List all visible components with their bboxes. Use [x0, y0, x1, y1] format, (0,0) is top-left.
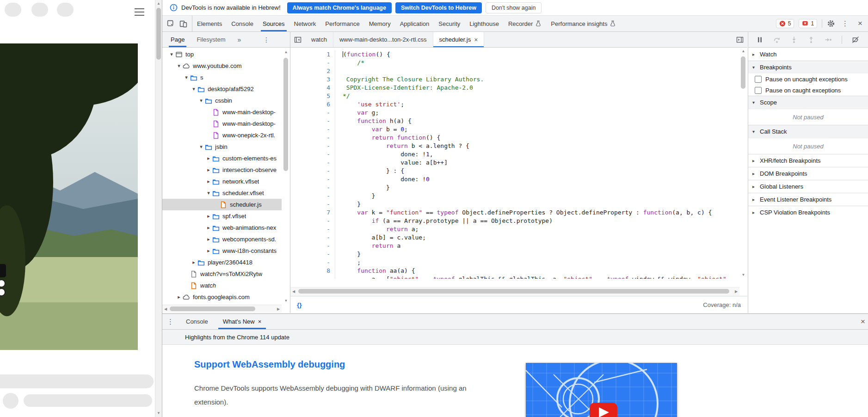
- step-out-icon[interactable]: [807, 36, 815, 43]
- scroll-right-arrow[interactable]: ▶: [275, 306, 282, 313]
- tree-collapse-arrow-icon[interactable]: ▸: [190, 259, 197, 265]
- section-global-listeners[interactable]: ▸Global Listeners: [748, 180, 868, 193]
- line-number-gutter[interactable]: 1: [290, 50, 335, 59]
- tree-item-intersection-observe[interactable]: ▸intersection-observe: [162, 164, 282, 176]
- line-number-gutter[interactable]: -: [290, 250, 335, 258]
- tree-item-www-i18n-constants[interactable]: ▸www-i18n-constants: [162, 245, 282, 257]
- navigator-vertical-scrollbar[interactable]: ▲ ▼: [282, 49, 290, 305]
- close-devtools-icon[interactable]: ×: [855, 19, 865, 28]
- line-number-gutter[interactable]: -: [290, 225, 335, 233]
- navigator-tab-filesystem[interactable]: Filesystem: [197, 32, 225, 47]
- section-scope[interactable]: ▾Scope: [748, 96, 868, 109]
- tree-item-s[interactable]: ▾s: [162, 72, 282, 83]
- checkbox[interactable]: [755, 76, 762, 83]
- tree-item-scheduler-vflset[interactable]: ▾scheduler.vflset: [162, 187, 282, 199]
- scroll-up-arrow[interactable]: ▲: [739, 48, 747, 55]
- tree-item-web-animations-nex[interactable]: ▸web-animations-nex: [162, 222, 282, 233]
- line-number-gutter[interactable]: -: [290, 159, 335, 167]
- tab-application[interactable]: Application: [395, 16, 434, 31]
- tree-item-spf-vflset[interactable]: ▸spf.vflset: [162, 210, 282, 222]
- line-number-gutter[interactable]: -: [290, 134, 335, 142]
- switch-to-hebrew-button[interactable]: Switch DevTools to Hebrew: [395, 2, 482, 13]
- line-number-gutter[interactable]: 4: [290, 84, 335, 92]
- scroll-up-arrow[interactable]: ▲: [155, 0, 162, 7]
- tree-collapse-arrow-icon[interactable]: ▸: [205, 155, 212, 161]
- line-number-gutter[interactable]: 6: [290, 100, 335, 109]
- tree-expand-arrow-icon[interactable]: ▾: [197, 144, 205, 150]
- line-number-gutter[interactable]: -: [290, 109, 335, 117]
- scrollbar-thumb[interactable]: [170, 307, 255, 311]
- navigator-menu-icon[interactable]: ⋮: [261, 36, 271, 43]
- scroll-right-arrow[interactable]: ▶: [733, 288, 739, 295]
- line-number-gutter[interactable]: -: [290, 59, 335, 67]
- tree-expand-arrow-icon[interactable]: ▾: [175, 63, 183, 69]
- line-number-gutter[interactable]: -: [290, 175, 335, 184]
- toggle-navigator-icon[interactable]: [290, 32, 305, 47]
- tab-elements[interactable]: Elements: [192, 16, 227, 31]
- line-number-gutter[interactable]: -: [290, 233, 335, 242]
- line-number-gutter[interactable]: 8: [290, 267, 335, 275]
- tree-item-www-youtube-com[interactable]: ▾www.youtube.com: [162, 60, 282, 72]
- article-title-link[interactable]: Support WebAssembly debugging: [194, 359, 345, 370]
- line-number-gutter[interactable]: -: [290, 167, 335, 175]
- tree-collapse-arrow-icon[interactable]: ▸: [205, 178, 212, 184]
- tab-console[interactable]: Console: [227, 16, 258, 31]
- tab-memory[interactable]: Memory: [364, 16, 395, 31]
- deactivate-breakpoints-icon[interactable]: [852, 36, 859, 43]
- scroll-down-arrow[interactable]: ▼: [739, 271, 747, 279]
- tree-item-scheduler-js[interactable]: scheduler.js: [162, 199, 282, 210]
- editor-tab-www-main-deskto-ton-2x-rtl-css[interactable]: www-main-deskto...ton-2x-rtl.css: [333, 32, 433, 47]
- issues-badge[interactable]: 1: [799, 19, 817, 28]
- code-editor[interactable]: 1(function() {- /*23 Copyright The Closu…: [290, 48, 739, 279]
- tree-item-cssbin[interactable]: ▾cssbin: [162, 95, 282, 106]
- more-tabs-icon[interactable]: »: [238, 36, 241, 43]
- drawer-menu-icon[interactable]: ⋮: [162, 314, 179, 329]
- editor-tab-watch[interactable]: watch: [305, 32, 333, 47]
- scroll-left-arrow[interactable]: ◀: [290, 288, 297, 295]
- scroll-down-arrow[interactable]: ▼: [155, 410, 162, 417]
- error-badge[interactable]: 5: [776, 19, 794, 28]
- device-toolbar-icon[interactable]: [179, 20, 187, 28]
- pause-icon[interactable]: [756, 36, 763, 43]
- match-language-button[interactable]: Always match Chrome's language: [287, 2, 392, 13]
- line-number-gutter[interactable]: -: [290, 184, 335, 192]
- tree-item-desktop-afaf5292[interactable]: ▾desktop/afaf5292: [162, 83, 282, 95]
- more-options-icon[interactable]: ⋮: [840, 19, 850, 28]
- scrollbar-thumb[interactable]: [298, 289, 729, 294]
- tree-collapse-arrow-icon[interactable]: ▸: [205, 167, 212, 173]
- editor-tab-scheduler-js[interactable]: scheduler.js×: [433, 32, 485, 47]
- section-csp-violation-breakpoints[interactable]: ▸CSP Violation Breakpoints: [748, 206, 868, 219]
- line-number-gutter[interactable]: -: [290, 200, 335, 208]
- tree-collapse-arrow-icon[interactable]: ▸: [205, 248, 212, 254]
- drawer-tab-what-s-new[interactable]: What's New×: [218, 314, 266, 329]
- line-number-gutter[interactable]: -: [290, 192, 335, 200]
- drawer-tab-console[interactable]: Console: [181, 314, 213, 329]
- section-watch[interactable]: ▸Watch: [748, 48, 868, 61]
- tree-item-custom-elements-es[interactable]: ▸custom-elements-es: [162, 153, 282, 164]
- step-over-icon[interactable]: [773, 36, 781, 43]
- tree-item-top[interactable]: ▾top: [162, 49, 282, 60]
- inspect-icon[interactable]: [167, 20, 175, 28]
- scrollbar-thumb[interactable]: [283, 58, 288, 171]
- tree-item-watch-v-stomxi2rytw[interactable]: watch?v=sToMXi2Rytw: [162, 268, 282, 280]
- hamburger-menu-icon[interactable]: [135, 8, 144, 18]
- tab-lighthouse[interactable]: Lighthouse: [465, 16, 504, 31]
- checkbox[interactable]: [755, 87, 762, 94]
- tree-item-www-main-desktop[interactable]: www-main-desktop-: [162, 118, 282, 129]
- tree-item-www-main-desktop[interactable]: www-main-desktop-: [162, 106, 282, 118]
- tree-collapse-arrow-icon[interactable]: ▸: [205, 225, 212, 231]
- line-number-gutter[interactable]: -: [290, 217, 335, 225]
- line-number-gutter[interactable]: 2: [290, 67, 335, 75]
- close-drawer-icon[interactable]: ×: [858, 314, 868, 329]
- editor-horizontal-scrollbar[interactable]: ◀ ▶: [290, 287, 739, 295]
- line-number-gutter[interactable]: 7: [290, 208, 335, 217]
- tree-item-player-23604418[interactable]: ▸player/23604418: [162, 257, 282, 268]
- pretty-print-button[interactable]: {}: [297, 301, 302, 308]
- tree-collapse-arrow-icon[interactable]: ▸: [175, 294, 183, 300]
- scroll-left-arrow[interactable]: ◀: [162, 306, 169, 313]
- close-tab-icon[interactable]: ×: [474, 36, 478, 43]
- step-icon[interactable]: [825, 36, 832, 43]
- step-into-icon[interactable]: [790, 36, 798, 43]
- close-tab-icon[interactable]: ×: [258, 318, 262, 325]
- tree-item-www-onepick-2x-rtl[interactable]: www-onepick-2x-rtl.: [162, 129, 282, 141]
